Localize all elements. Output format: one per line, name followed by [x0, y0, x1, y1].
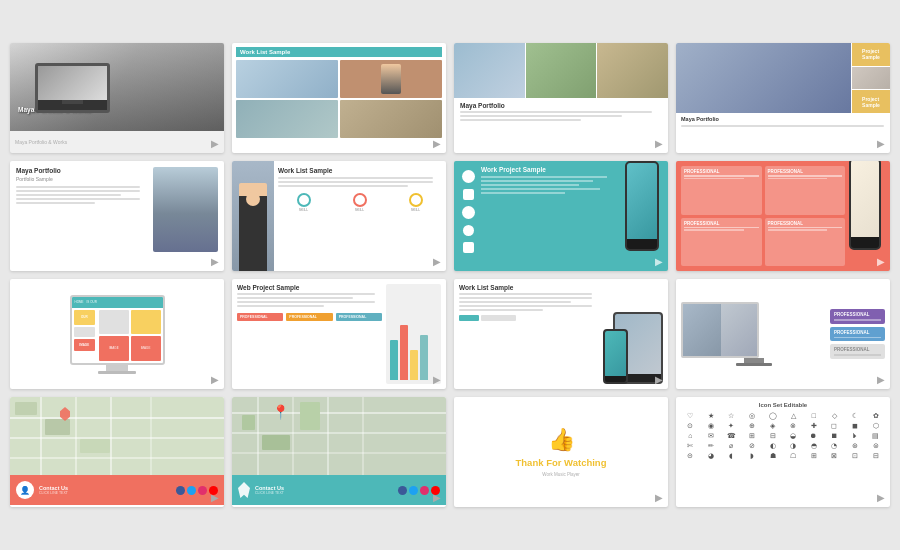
slide-16-icon-grid: ♡ ★ ☆ ◎ ◯ △ □ ◇ ☾ ✿ ⊙ ◉ ✦ ⊕ ◈ ⊗ ✚	[681, 412, 885, 460]
slide-10-card2: PROFESSIONAL	[289, 315, 329, 319]
slide-6-circle2	[353, 193, 367, 207]
slide-4-play: ▶	[877, 138, 885, 149]
slide-9-base	[98, 371, 136, 374]
slide-8-c4l2	[768, 229, 828, 231]
slide-5[interactable]: Maya Portfolio Portfolio Sample ▶	[10, 161, 224, 271]
slide-16-title: Icon Set Editable	[681, 402, 885, 408]
slide-7-line3	[481, 184, 579, 186]
slide-5-subtitle: Portfolio Sample	[16, 176, 147, 182]
slide-5-line5	[16, 202, 95, 204]
slide-9-monitor: HOME IS OUR OUR IMAGE	[70, 295, 165, 365]
slide-8-c3l2	[684, 229, 744, 231]
slide-12[interactable]: PROFESSIONAL PROFESSIONAL PROFESSIONAL ▶	[676, 279, 890, 389]
slide-8-c2l1	[768, 175, 843, 177]
slide-7-icon4	[463, 225, 474, 236]
slide-8[interactable]: PROFESSIONAL PROFESSIONAL PROFESSIONAL	[676, 161, 890, 271]
slide-12-card2: PROFESSIONAL	[830, 327, 885, 342]
slide-12-card1: PROFESSIONAL	[830, 309, 885, 324]
slide-4-photo2	[852, 67, 890, 90]
slide-3-play: ▶	[655, 138, 663, 149]
slide-8-card1-title: PROFESSIONAL	[684, 169, 759, 174]
slide-3-photo3	[597, 43, 668, 98]
slide-7-play: ▶	[655, 256, 663, 267]
slide-9-sidebar: OUR IMAGE	[72, 308, 97, 363]
slide-3[interactable]: Maya Portfolio ▶	[454, 43, 668, 153]
slide-15-subtitle: Work Music Player	[542, 472, 579, 477]
slide-10-chart	[386, 284, 441, 384]
slide-4-title: Maya Portfolio	[676, 113, 890, 125]
slide-13-play: ▶	[211, 492, 219, 503]
slide-2[interactable]: Work List Sample ▶	[232, 43, 446, 153]
slide-8-c1l2	[684, 178, 744, 180]
slide-16[interactable]: Icon Set Editable ♡ ★ ☆ ◎ ◯ △ □ ◇ ☾ ✿ ⊙ …	[676, 397, 890, 507]
slide-5-line2	[16, 190, 140, 192]
slide-7[interactable]: Work Project Sample ▶	[454, 161, 668, 271]
slide-15-thumb-icon: 👍	[548, 427, 575, 453]
slide-14-sub: CLICK LINE TEXT	[255, 491, 393, 495]
slide-10-l4	[237, 305, 324, 307]
slide-3-title: Maya Portfolio	[460, 102, 662, 109]
slide-11[interactable]: Work List Sample	[454, 279, 668, 389]
slide-9-nav1: HOME	[75, 300, 84, 304]
slide-8-c1l1	[684, 175, 759, 177]
slide-9[interactable]: HOME IS OUR OUR IMAGE	[10, 279, 224, 389]
slide-12-monitor-container	[681, 302, 826, 366]
slide-10-card3: PROFESSIONAL	[339, 315, 379, 319]
slide-5-play: ▶	[211, 256, 219, 267]
slide-6[interactable]: Work List Sample SKILL SKILL SKILL	[232, 161, 446, 271]
slide-8-c2l2	[768, 178, 828, 180]
slide-7-icon1	[462, 170, 475, 183]
slide-1[interactable]: Maya Portfolio & Works Maya Portfolio & …	[10, 43, 224, 153]
slide-6-title: Work List Sample	[278, 167, 441, 174]
slide-9-sidebar-text: OUR	[81, 315, 88, 319]
slide-2-img4	[340, 100, 442, 138]
slide-7-line4	[481, 188, 600, 190]
slide-11-title: Work List Sample	[459, 284, 599, 291]
slide-1-subtitle: Maya Portfolio & Works	[15, 139, 67, 145]
slide-3-photo1	[454, 43, 525, 98]
slide-8-c4l1	[768, 227, 843, 229]
slide-14-pin: 📍	[272, 405, 284, 421]
slide-8-c3l1	[684, 227, 759, 229]
slide-9-nav2: IS OUR	[87, 300, 97, 304]
slide-14-pin-icon	[238, 482, 250, 498]
slide-11-devices	[603, 284, 663, 384]
slide-10-l3	[237, 301, 375, 303]
slide-10[interactable]: Web Project Sample PROFESSIONAL PROFESSI…	[232, 279, 446, 389]
slide-6-prog1: SKILL	[278, 208, 329, 212]
slide-11-l1	[459, 293, 592, 295]
slide-8-play: ▶	[877, 256, 885, 267]
slide-7-line2	[481, 180, 593, 182]
slide-6-play: ▶	[433, 256, 441, 267]
slide-10-title: Web Project Sample	[237, 284, 382, 291]
slide-6-circle3	[409, 193, 423, 207]
slide-6-prog3: SKILL	[390, 208, 441, 212]
slide-9-img3: IMAGE	[141, 346, 151, 350]
slide-2-title: Work List Sample	[236, 47, 442, 57]
slide-9-play: ▶	[211, 374, 219, 385]
slide-13-sub: CLICK LINE TEXT	[39, 491, 171, 495]
slide-6-line2	[278, 181, 433, 183]
slide-10-l1	[237, 293, 375, 295]
slide-8-card4-title: PROFESSIONAL	[768, 221, 843, 226]
slide-5-line1	[16, 186, 140, 188]
slide-15[interactable]: 👍 Thank For Watching Work Music Player ▶	[454, 397, 668, 507]
slide-15-title: Thank For Watching	[516, 457, 607, 468]
slide-2-play: ▶	[433, 138, 441, 149]
slide-11-l5	[459, 309, 543, 311]
slide-13[interactable]: 👤 Contact Us CLICK LINE TEXT ▶	[10, 397, 224, 507]
slide-14[interactable]: 📍 Contact Us CLICK LINE TEXT ▶	[232, 397, 446, 507]
slide-9-img2: IMAGE	[109, 346, 119, 350]
slide-3-line1	[460, 111, 652, 113]
slide-1-play: ▶	[211, 138, 219, 149]
slide-10-l2	[237, 297, 353, 299]
slide-4[interactable]: ProjectSample ProjectSample Maya Portfol…	[676, 43, 890, 153]
slide-14-play: ▶	[433, 492, 441, 503]
slide-7-title: Work Project Sample	[481, 166, 621, 173]
slide-9-stand	[106, 365, 128, 371]
slide-5-line3	[16, 194, 121, 196]
slide-3-line2	[460, 115, 622, 117]
slide-6-person-bg	[232, 161, 274, 271]
slide-7-phone	[625, 166, 663, 266]
slide-2-img1	[236, 60, 338, 98]
